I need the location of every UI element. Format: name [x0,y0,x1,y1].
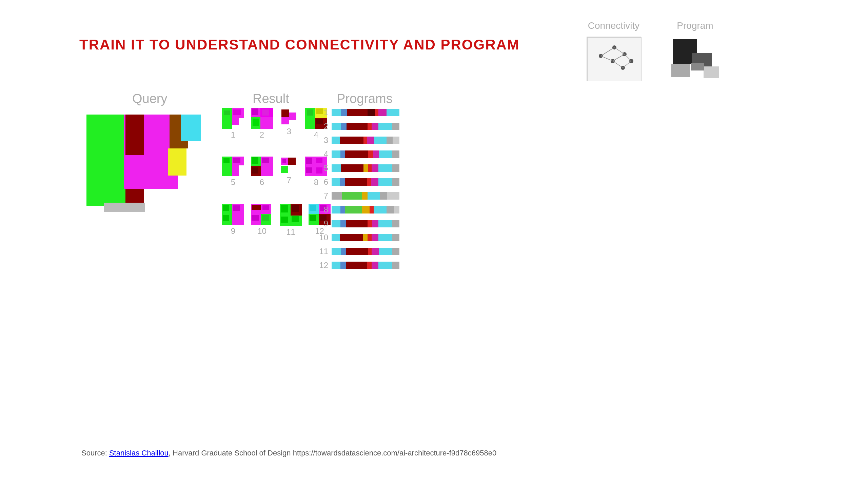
svg-rect-64 [288,158,296,165]
result-item-7: 7 [280,157,298,187]
program-bar-segment [341,109,347,116]
svg-rect-86 [262,205,269,210]
program-bar-segment [332,206,340,214]
program-row-11: 11 [315,247,399,256]
program-bar-segment [374,206,387,214]
svg-rect-73 [306,167,312,173]
result-row-1: 1 2 3 [222,108,331,140]
program-bar-segment [340,262,346,269]
program-bar-segment [387,192,399,200]
svg-rect-37 [252,108,258,115]
program-bar-segment [362,192,368,200]
page-title: TRAIN IT TO UNDERSTAND CONNECTIVITY AND … [79,37,520,53]
program-row-12: 12 [315,261,399,270]
program-bar-segment [340,150,345,158]
svg-rect-65 [281,166,288,173]
source-rest: , Harvard Graduate School of Design http… [169,449,496,457]
top-right-concepts: Connectivity [587,20,722,81]
result-row-2: 5 6 7 [222,157,331,187]
program-row-7: 7 [315,191,399,201]
program-bar-segment [368,234,372,241]
source-link[interactable]: Stanislas Chaillou [109,449,169,457]
program-bar-segment [372,234,378,241]
program-bar-9 [332,220,399,227]
program-bar-segment [394,206,399,214]
svg-rect-40 [281,109,289,117]
svg-rect-95 [281,217,288,223]
program-bar-3 [332,137,399,144]
program-bar-segment [332,123,341,130]
result-num-11: 11 [286,227,295,237]
result-item-5: 5 [222,157,244,187]
svg-rect-71 [306,158,312,164]
svg-rect-94 [292,205,299,212]
result-item-10: 10 [251,204,273,237]
program-row-num-6: 6 [315,177,328,187]
program-bar-segment [378,164,392,172]
svg-rect-93 [281,205,288,212]
program-bar-segment [345,150,368,158]
result-num-1: 1 [231,130,235,140]
program-bar-segment [392,123,399,130]
program-bar-segment [340,178,345,186]
result-item-11: 11 [280,204,302,237]
program-bar-segment [341,248,346,255]
program-bar-segment [387,206,394,214]
program-row-num-5: 5 [315,163,328,173]
svg-rect-32 [233,109,241,115]
program-row-6: 6 [315,177,399,187]
svg-rect-85 [252,205,261,210]
result-row-3: 9 10 [222,204,331,237]
program-bar-segment [340,234,363,241]
program-bar-segment [393,137,399,144]
svg-rect-53 [232,165,239,176]
svg-rect-80 [233,205,240,211]
program-bar-segment [392,164,399,172]
program-bar-segment [392,220,399,227]
program-row-num-1: 1 [315,108,328,117]
program-bar-segment [340,137,363,144]
program-bar-segment [378,220,392,227]
svg-rect-31 [224,110,230,115]
svg-rect-78 [232,214,244,225]
connectivity-concept: Connectivity [587,20,641,81]
svg-rect-38 [262,109,269,116]
program-bar-segment [332,262,340,269]
program-bar-segment [375,109,378,116]
program-bar-segment [368,109,375,116]
svg-rect-54 [223,158,230,163]
program-bar-4 [332,150,399,158]
program-bar-segment [367,262,372,269]
program-concept: Program [668,20,722,81]
program-bar-segment [362,206,370,214]
program-bar-segment [392,150,399,158]
program-bar-segment [379,150,392,158]
svg-rect-16 [671,64,690,77]
program-bar-segment [347,123,368,130]
program-bar-segment [332,164,341,172]
program-row-num-7: 7 [315,191,328,201]
program-label: Program [677,20,713,31]
svg-rect-26 [104,203,145,212]
result-num-7: 7 [287,176,291,185]
program-bar-10 [332,234,399,241]
program-bar-segment [378,262,392,269]
program-bar-segment [368,123,372,130]
svg-rect-60 [252,157,258,164]
svg-rect-39 [253,119,259,126]
program-bar-1 [332,109,399,116]
program-bar-segment [379,248,392,255]
program-row-num-4: 4 [315,149,328,159]
program-bar-segment [372,123,378,130]
svg-rect-45 [305,118,315,129]
program-bar-segment [341,123,347,130]
program-bar-6 [332,178,399,186]
program-bar-segment [332,234,340,241]
program-bar-segment [373,150,379,158]
program-bar-segment [332,137,340,144]
svg-rect-41 [281,117,289,124]
program-bar-segment [368,220,372,227]
program-bar-segment [342,192,362,200]
program-bar-segment [371,178,378,186]
result-grid: 1 2 3 [222,108,331,237]
